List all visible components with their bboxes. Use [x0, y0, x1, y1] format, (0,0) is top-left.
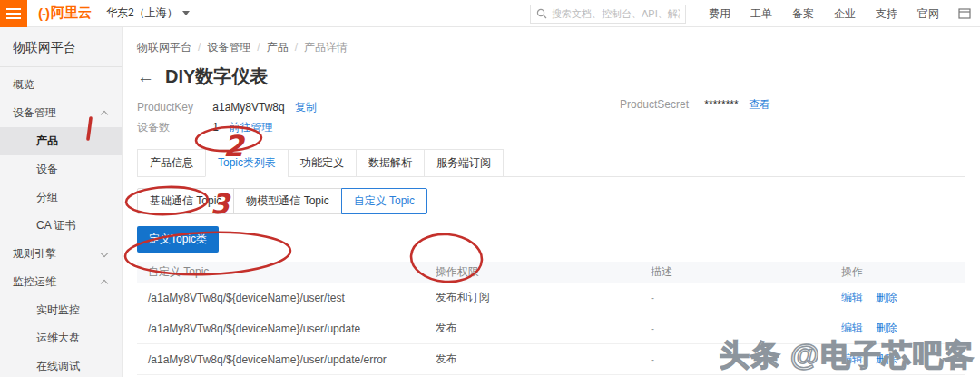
hamburger-menu-icon[interactable] [0, 0, 27, 27]
breadcrumb: 物联网平台/设备管理/产品/产品详情 [137, 27, 965, 55]
sidebar-item[interactable]: 产品 [0, 127, 122, 155]
sidebar-item[interactable]: 设备管理 [0, 99, 122, 127]
caret-down-icon [182, 11, 190, 15]
watermark: 头条 @电子芯吧客 [720, 335, 975, 376]
topbar-menu-item[interactable]: 支持 [876, 6, 897, 22]
table-header: 自定义 Topic操作权限描述操作 [137, 262, 965, 283]
tab[interactable]: 数据解析 [356, 149, 425, 177]
column-header: 操作 [841, 264, 965, 280]
topic-type-switch: 基础通信 Topic物模型通信 Topic自定义 Topic [137, 188, 965, 214]
breadcrumb-separator: / [198, 41, 201, 54]
sidebar-item[interactable]: 概览 [0, 71, 122, 99]
delete-link[interactable]: 删除 [876, 322, 897, 334]
description-cell: - [651, 322, 841, 335]
sidebar-item-label: 在线调试 [36, 360, 80, 372]
breadcrumb-item[interactable]: 设备管理 [207, 41, 250, 54]
device-count-label: 设备数 [137, 117, 210, 137]
sidebar-item-label: 设备 [36, 163, 58, 175]
copy-link[interactable]: 复制 [295, 101, 317, 114]
permission-cell: 发布 [436, 352, 651, 367]
sidebar-item[interactable]: 设备 [0, 155, 122, 184]
column-header: 描述 [651, 264, 841, 280]
page-title: DIY数字仪表 [165, 64, 268, 89]
search-icon [536, 8, 547, 19]
subtab[interactable]: 物模型通信 Topic [233, 188, 341, 214]
search-input[interactable] [552, 8, 680, 19]
sidebar-item-label: 分组 [36, 191, 58, 203]
tab-bar: 产品信息Topic类列表功能定义数据解析服务端订阅 [137, 149, 965, 177]
sidebar-item-label: 规则引擎 [13, 247, 56, 260]
back-arrow-icon[interactable]: ← [137, 68, 154, 85]
aliyun-logo-text: 阿里云 [51, 5, 92, 22]
topbar-menu: 费用工单备案企业支持官网 [699, 6, 949, 22]
sidebar: 物联网平台 概览设备管理产品设备分组CA 证书规则引擎监控运维实时监控运维大盘在… [0, 27, 122, 377]
edit-link[interactable]: 编辑 [841, 322, 863, 334]
table-row: /a1aMy8VTw8q/${deviceName}/user/test发布和订… [137, 283, 965, 313]
tab[interactable]: 服务端订阅 [424, 149, 504, 177]
sidebar-title[interactable]: 物联网平台 [0, 27, 122, 66]
view-link[interactable]: 查看 [749, 98, 770, 111]
aliyun-logo-mark: (-) [38, 5, 49, 21]
product-key-value: a1aMy8VTw8q [212, 101, 284, 114]
topic-cell: /a1aMy8VTw8q/${deviceName}/user/update/e… [137, 353, 436, 366]
product-secret-label: ProductSecret [620, 98, 701, 111]
sidebar-item-label: 监控运维 [13, 275, 56, 288]
topbar-menu-item[interactable]: 备案 [792, 6, 814, 22]
topbar-menu-item[interactable]: 费用 [709, 6, 730, 22]
topbar-menu-item[interactable]: 工单 [750, 6, 772, 22]
sidebar-item[interactable]: CA 证书 [0, 212, 122, 240]
sidebar-item-label: 产品 [36, 134, 58, 147]
device-count-value: 1 [212, 121, 219, 134]
topbar-search[interactable] [530, 5, 686, 24]
column-header: 自定义 Topic [137, 264, 436, 280]
column-header: 操作权限 [436, 264, 651, 280]
manage-link[interactable]: 前往管理 [229, 121, 272, 134]
console-window-icon[interactable] [958, 8, 971, 19]
breadcrumb-item[interactable]: 物联网平台 [137, 41, 191, 54]
tab[interactable]: 功能定义 [288, 149, 357, 177]
delete-link[interactable]: 删除 [876, 291, 897, 303]
region-label: 华东2（上海） [106, 5, 178, 21]
topbar-menu-item[interactable]: 企业 [834, 6, 856, 22]
actions-cell: 编辑删除 [841, 321, 965, 336]
chevron-down-icon [101, 250, 108, 257]
topbar: (-) 阿里云 华东2（上海） 费用工单备案企业支持官网 [0, 0, 980, 27]
subtab-active[interactable]: 自定义 Topic [341, 188, 427, 214]
aliyun-logo[interactable]: (-) 阿里云 [38, 5, 92, 22]
sidebar-item[interactable]: 分组 [0, 184, 122, 212]
define-topic-button[interactable]: 定义Topic类 [137, 226, 219, 253]
tab-active[interactable]: Topic类列表 [205, 149, 289, 177]
tab[interactable]: 产品信息 [137, 149, 206, 177]
main-content: 物联网平台/设备管理/产品/产品详情 ← DIY数字仪表 ProductKey … [122, 27, 980, 377]
sidebar-item-label: 设备管理 [13, 106, 56, 119]
description-cell: - [651, 292, 841, 304]
breadcrumb-item: 产品详情 [304, 41, 348, 54]
sidebar-item-label: 运维大盘 [36, 332, 80, 344]
sidebar-item[interactable]: 在线调试 [0, 352, 122, 377]
topic-cell: /a1aMy8VTw8q/${deviceName}/user/test [137, 292, 436, 304]
permission-cell: 发布和订阅 [436, 290, 651, 305]
breadcrumb-separator: / [295, 41, 298, 54]
topbar-menu-item[interactable]: 官网 [917, 6, 939, 22]
sidebar-item-label: 概览 [13, 78, 34, 91]
product-secret-value: ******** [704, 98, 738, 111]
subtab[interactable]: 基础通信 Topic [137, 188, 234, 214]
product-key-label: ProductKey [137, 97, 210, 117]
sidebar-item[interactable]: 实时监控 [0, 296, 122, 324]
sidebar-item[interactable]: 监控运维 [0, 268, 122, 296]
region-selector[interactable]: 华东2（上海） [106, 5, 190, 21]
edit-link[interactable]: 编辑 [841, 291, 863, 303]
breadcrumb-item[interactable]: 产品 [267, 41, 289, 54]
chevron-up-icon [101, 111, 108, 118]
sidebar-divider [0, 66, 122, 67]
actions-cell: 编辑删除 [841, 290, 965, 305]
breadcrumb-separator: / [257, 41, 260, 54]
chevron-up-icon [101, 280, 108, 287]
permission-cell: 发布 [436, 321, 651, 336]
sidebar-item-label: CA 证书 [36, 219, 75, 232]
sidebar-item[interactable]: 运维大盘 [0, 324, 122, 352]
sidebar-item-label: 实时监控 [36, 303, 80, 316]
topic-cell: /a1aMy8VTw8q/${deviceName}/user/update [137, 322, 436, 335]
sidebar-item[interactable]: 规则引擎 [0, 240, 122, 268]
